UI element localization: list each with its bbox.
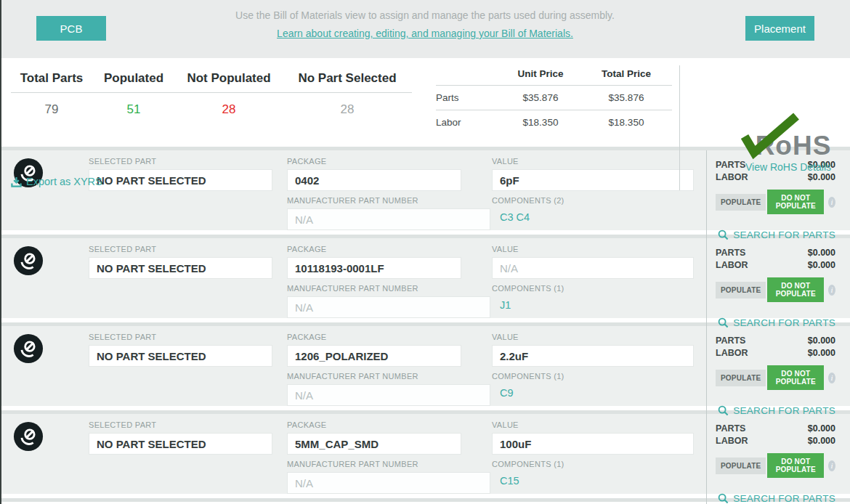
- value-column: VALUE COMPONENTS (2) C3 C4: [492, 150, 706, 240]
- value-label: VALUE: [492, 420, 706, 429]
- stat-value-populated: 51: [92, 93, 175, 117]
- selected-part-input[interactable]: [89, 257, 272, 279]
- selected-part-column: SELECTED PART: [89, 150, 287, 240]
- placement-button[interactable]: Placement: [745, 16, 814, 41]
- do-not-populate-button[interactable]: DO NOT POPULATE: [767, 277, 824, 302]
- parts-label: PARTS: [716, 335, 745, 347]
- populate-button[interactable]: POPULATE: [716, 282, 766, 298]
- generic-part-icon: [0, 238, 89, 328]
- info-icon[interactable]: i: [828, 460, 835, 471]
- price-table: Unit Price Total Price Parts $35.876 $35…: [436, 68, 672, 134]
- row-pricing-panel: PARTS$0.000 LABOR$0.000 POPULATE DO NOT …: [706, 414, 850, 504]
- summary-divider: [679, 65, 680, 190]
- manufacturer-part-number-input[interactable]: [287, 384, 490, 406]
- selected-part-column: SELECTED PART: [89, 414, 287, 504]
- rohs-block: RoHS View RoHS Details: [730, 131, 846, 173]
- parts-price: $0.000: [808, 423, 835, 435]
- export-xyrs-link[interactable]: Export as XYRS: [11, 176, 102, 187]
- package-label: PACKAGE: [287, 420, 492, 429]
- value-label: VALUE: [492, 245, 706, 253]
- manufacturer-part-number-input[interactable]: [287, 208, 490, 230]
- part-stats: Total Parts Populated Not Populated No P…: [11, 71, 412, 117]
- package-input[interactable]: [287, 345, 461, 367]
- package-input[interactable]: [287, 169, 461, 191]
- populate-button[interactable]: POPULATE: [716, 370, 766, 386]
- package-label: PACKAGE: [287, 333, 492, 341]
- generic-part-icon: [0, 326, 89, 416]
- populate-button[interactable]: POPULATE: [716, 458, 766, 474]
- bom-list: SELECTED PART PACKAGE MANUFACTURER PART …: [0, 147, 850, 502]
- package-input[interactable]: [287, 257, 461, 279]
- selected-part-label: SELECTED PART: [89, 157, 287, 166]
- stat-header-populated: Populated: [92, 71, 175, 92]
- labor-price: $0.000: [808, 259, 835, 272]
- value-label: VALUE: [492, 157, 706, 166]
- selected-part-input[interactable]: [89, 169, 272, 191]
- components-label: COMPONENTS (1): [492, 284, 706, 293]
- selected-part-input[interactable]: [89, 345, 272, 367]
- parts-price: $0.000: [808, 247, 835, 259]
- stat-header-total-parts: Total Parts: [11, 71, 92, 92]
- package-column: PACKAGE MANUFACTURER PART NUMBER: [287, 414, 492, 504]
- export-xyrs-label: Export as XYRS: [26, 176, 102, 187]
- labor-price: $0.000: [808, 435, 835, 447]
- bom-row: SELECTED PART PACKAGE MANUFACTURER PART …: [0, 322, 850, 406]
- selected-part-input[interactable]: [89, 433, 272, 455]
- labor-label: LABOR: [716, 171, 748, 184]
- component-links[interactable]: C15: [492, 475, 706, 487]
- manufacturer-part-number-input[interactable]: [287, 296, 490, 318]
- manufacturer-part-number-input[interactable]: [287, 472, 490, 494]
- download-icon: [11, 176, 22, 187]
- bom-row: SELECTED PART PACKAGE MANUFACTURER PART …: [0, 410, 850, 494]
- parts-label: PARTS: [716, 423, 745, 435]
- labor-label: LABOR: [716, 347, 748, 359]
- value-input[interactable]: [492, 257, 694, 279]
- package-column: PACKAGE MANUFACTURER PART NUMBER: [287, 326, 492, 416]
- info-icon[interactable]: i: [828, 373, 835, 383]
- parts-price-label: Parts: [436, 92, 498, 103]
- selected-part-column: SELECTED PART: [89, 238, 287, 328]
- stat-value-no-part-selected: 28: [283, 93, 412, 117]
- value-column: VALUE COMPONENTS (1) J1: [492, 238, 706, 328]
- do-not-populate-button[interactable]: DO NOT POPULATE: [767, 453, 824, 478]
- package-column: PACKAGE MANUFACTURER PART NUMBER: [287, 238, 492, 328]
- labor-total-price: $18.350: [583, 117, 669, 128]
- selected-part-label: SELECTED PART: [89, 333, 287, 341]
- component-links[interactable]: C3 C4: [492, 211, 706, 223]
- rohs-logo: RoHS: [756, 131, 832, 161]
- unit-price-header: Unit Price: [498, 68, 583, 79]
- info-icon[interactable]: i: [828, 197, 835, 208]
- value-column: VALUE COMPONENTS (1) C9: [492, 326, 706, 416]
- value-input[interactable]: [492, 169, 694, 191]
- view-rohs-details-link[interactable]: View RoHS Details: [730, 161, 846, 173]
- value-input[interactable]: [492, 345, 694, 367]
- manufacturer-part-number-label: MANUFACTURER PART NUMBER: [287, 284, 492, 293]
- search-for-parts-link[interactable]: SEARCH FOR PARTS: [716, 493, 835, 504]
- stat-header-no-part-selected: No Part Selected: [283, 71, 412, 92]
- topbar: PCB Use the Bill of Materials view to as…: [0, 0, 850, 58]
- labor-price: $0.000: [808, 347, 835, 359]
- manufacturer-part-number-label: MANUFACTURER PART NUMBER: [287, 196, 492, 205]
- selected-part-label: SELECTED PART: [89, 245, 287, 253]
- components-label: COMPONENTS (1): [492, 460, 706, 468]
- bom-learn-link[interactable]: Learn about creating, editing, and manag…: [277, 28, 573, 39]
- manufacturer-part-number-label: MANUFACTURER PART NUMBER: [287, 372, 492, 381]
- labor-label: LABOR: [716, 435, 748, 447]
- info-icon[interactable]: i: [828, 285, 835, 296]
- row-pricing-panel: PARTS$0.000 LABOR$0.000 POPULATE DO NOT …: [706, 326, 850, 416]
- populate-button[interactable]: POPULATE: [716, 194, 766, 211]
- component-links[interactable]: C9: [492, 387, 706, 399]
- value-input[interactable]: [492, 433, 694, 455]
- component-links[interactable]: J1: [492, 299, 706, 311]
- rohs-checkmark-icon: [740, 112, 802, 163]
- row-pricing-panel: PARTS$0.000 LABOR$0.000 POPULATE DO NOT …: [706, 238, 850, 328]
- pcb-button[interactable]: PCB: [36, 16, 106, 41]
- parts-total-price: $35.876: [583, 92, 669, 103]
- search-for-parts-label: SEARCH FOR PARTS: [733, 493, 835, 504]
- package-input[interactable]: [287, 433, 461, 455]
- generic-part-icon: [0, 414, 89, 504]
- do-not-populate-button[interactable]: DO NOT POPULATE: [767, 365, 824, 390]
- labor-price-label: Labor: [436, 117, 498, 128]
- selected-part-label: SELECTED PART: [89, 420, 287, 429]
- do-not-populate-button[interactable]: DO NOT POPULATE: [767, 190, 824, 214]
